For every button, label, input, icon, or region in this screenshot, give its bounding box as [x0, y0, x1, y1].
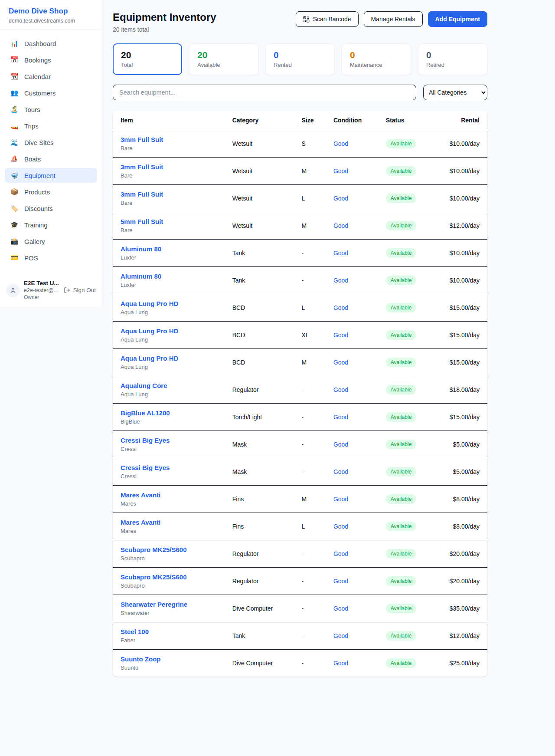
table-row[interactable]: BigBlue AL1200 BigBlue Torch/Light - Goo… — [113, 404, 487, 431]
table-row[interactable]: Aqua Lung Pro HD Aqua Lung BCD XL Good A… — [113, 322, 487, 349]
condition-link[interactable]: Good — [333, 140, 348, 147]
table-row[interactable]: Aluminum 80 Luxfer Tank - Good Available — [113, 240, 487, 267]
search-input[interactable] — [113, 85, 416, 100]
status-badge: Available — [386, 221, 416, 230]
table-row[interactable]: 5mm Full Suit Bare Wetsuit M Good Availa… — [113, 212, 487, 240]
sidebar-item[interactable]: 📆 Calendar — [5, 69, 97, 84]
item-name-link[interactable]: Suunto Zoop — [121, 655, 225, 663]
item-name-link[interactable]: 3mm Full Suit — [121, 191, 225, 198]
table-row[interactable]: Aluminum 80 Luxfer Tank - Good Available — [113, 267, 487, 294]
condition-link[interactable]: Good — [333, 468, 348, 475]
condition-link[interactable]: Good — [333, 277, 348, 284]
stat-card[interactable]: 0 Maintenance — [342, 43, 411, 75]
sidebar-item[interactable]: 🎓 Training — [5, 217, 97, 232]
item-name-link[interactable]: Aqualung Core — [121, 382, 225, 389]
condition-link[interactable]: Good — [333, 578, 348, 585]
table-row[interactable]: Aqua Lung Pro HD Aqua Lung BCD L Good Av… — [113, 294, 487, 322]
table-row[interactable]: 3mm Full Suit Bare Wetsuit L Good Availa… — [113, 185, 487, 212]
item-name-link[interactable]: Steel 100 — [121, 628, 225, 635]
item-name-link[interactable]: Aqua Lung Pro HD — [121, 355, 225, 362]
condition-link[interactable]: Good — [333, 660, 348, 667]
table-row[interactable]: Aqualung Core Aqua Lung Regulator - Good… — [113, 376, 487, 404]
sidebar-item[interactable]: 📅 Bookings — [5, 53, 97, 67]
sidebar-item[interactable]: 👥 Customers — [5, 85, 97, 100]
stat-value: 20 — [121, 50, 174, 60]
condition-link[interactable]: Good — [333, 550, 348, 557]
stat-card[interactable]: 0 Rented — [265, 43, 335, 75]
item-name-link[interactable]: BigBlue AL1200 — [121, 409, 225, 417]
condition-link[interactable]: Good — [333, 304, 348, 311]
sidebar-item[interactable]: 🤿 Equipment — [5, 168, 97, 183]
status-badge: Available — [386, 576, 416, 586]
brand-title[interactable]: Demo Dive Shop — [9, 7, 93, 16]
sidebar-item[interactable]: 🚤 Trips — [5, 118, 97, 133]
table-row[interactable]: 3mm Full Suit Bare Wetsuit M Good Availa… — [113, 158, 487, 185]
item-brand: Cressi — [121, 473, 225, 480]
item-name-link[interactable]: Cressi Big Eyes — [121, 464, 225, 471]
item-name-link[interactable]: Mares Avanti — [121, 491, 225, 499]
table-row[interactable]: Cressi Big Eyes Cressi Mask - Good Avail… — [113, 458, 487, 486]
condition-link[interactable]: Good — [333, 605, 348, 612]
table-row[interactable]: Steel 100 Faber Tank - Good Available — [113, 622, 487, 650]
column-header-condition[interactable]: Condition — [330, 111, 382, 130]
size-cell: - — [298, 404, 330, 431]
item-name-link[interactable]: 3mm Full Suit — [121, 136, 225, 143]
column-header-size[interactable]: Size — [298, 111, 330, 130]
condition-link[interactable]: Good — [333, 632, 348, 639]
scan-barcode-button[interactable]: Scan Barcode — [296, 11, 359, 27]
stat-card[interactable]: 0 Retired — [418, 43, 487, 75]
category-select[interactable]: All Categories — [423, 85, 487, 100]
column-header-rental[interactable]: Rental — [446, 111, 487, 130]
item-name-link[interactable]: 5mm Full Suit — [121, 218, 225, 225]
sign-out-button[interactable]: Sign Out — [64, 287, 96, 293]
sidebar-item[interactable]: 📦 Products — [5, 184, 97, 199]
sidebar-item[interactable]: 📸 Gallery — [5, 234, 97, 249]
table-row[interactable]: Mares Avanti Mares Fins L Good Available — [113, 513, 487, 540]
item-name-link[interactable]: Scubapro MK25/S600 — [121, 546, 225, 553]
sidebar-item[interactable]: 🏝️ Tours — [5, 102, 97, 117]
sidebar-item[interactable]: 💳 POS — [5, 250, 97, 265]
item-name-link[interactable]: Cressi Big Eyes — [121, 437, 225, 444]
condition-link[interactable]: Good — [333, 496, 348, 503]
table-row[interactable]: Shearwater Peregrine Shearwater Dive Com… — [113, 595, 487, 622]
condition-link[interactable]: Good — [333, 386, 348, 393]
table-row[interactable]: 3mm Full Suit Bare Wetsuit S Good Availa… — [113, 130, 487, 158]
stat-card[interactable]: 20 Total — [113, 43, 182, 75]
table-row[interactable]: Suunto Zoop Suunto Dive Computer - Good … — [113, 650, 487, 677]
condition-link[interactable]: Good — [333, 222, 348, 229]
condition-link[interactable]: Good — [333, 414, 348, 421]
item-name-link[interactable]: Aqua Lung Pro HD — [121, 327, 225, 335]
condition-link[interactable]: Good — [333, 250, 348, 256]
condition-link[interactable]: Good — [333, 195, 348, 202]
condition-link[interactable]: Good — [333, 441, 348, 448]
table-row[interactable]: Mares Avanti Mares Fins M Good Available — [113, 486, 487, 513]
sidebar-item[interactable]: ⛵ Boats — [5, 151, 97, 166]
add-equipment-button[interactable]: Add Equipment — [428, 11, 487, 27]
stat-card[interactable]: 20 Available — [189, 43, 258, 75]
item-name-link[interactable]: Aluminum 80 — [121, 245, 225, 253]
sidebar-item-label: Equipment — [24, 172, 56, 179]
item-cell: Steel 100 Faber — [113, 622, 229, 650]
table-row[interactable]: Scubapro MK25/S600 Scubapro Regulator - … — [113, 568, 487, 595]
column-header-category[interactable]: Category — [229, 111, 298, 130]
item-name-link[interactable]: Aqua Lung Pro HD — [121, 300, 225, 307]
equipment-table: Item Category Size Condition Status Rent… — [113, 111, 487, 677]
condition-link[interactable]: Good — [333, 168, 348, 174]
column-header-item[interactable]: Item — [113, 111, 229, 130]
manage-rentals-button[interactable]: Manage Rentals — [364, 11, 423, 27]
item-name-link[interactable]: Aluminum 80 — [121, 273, 225, 280]
item-name-link[interactable]: Mares Avanti — [121, 519, 225, 526]
item-name-link[interactable]: 3mm Full Suit — [121, 163, 225, 171]
sidebar-item[interactable]: 🌊 Dive Sites — [5, 135, 97, 150]
table-row[interactable]: Cressi Big Eyes Cressi Mask - Good Avail… — [113, 431, 487, 458]
sidebar-item[interactable]: 🏷️ Discounts — [5, 201, 97, 216]
condition-link[interactable]: Good — [333, 523, 348, 530]
table-row[interactable]: Scubapro MK25/S600 Scubapro Regulator - … — [113, 540, 487, 568]
condition-link[interactable]: Good — [333, 359, 348, 366]
item-name-link[interactable]: Scubapro MK25/S600 — [121, 573, 225, 581]
table-row[interactable]: Aqua Lung Pro HD Aqua Lung BCD M Good Av… — [113, 349, 487, 376]
sidebar-item[interactable]: 📊 Dashboard — [5, 36, 97, 51]
item-name-link[interactable]: Shearwater Peregrine — [121, 601, 225, 608]
condition-link[interactable]: Good — [333, 332, 348, 339]
column-header-status[interactable]: Status — [382, 111, 446, 130]
